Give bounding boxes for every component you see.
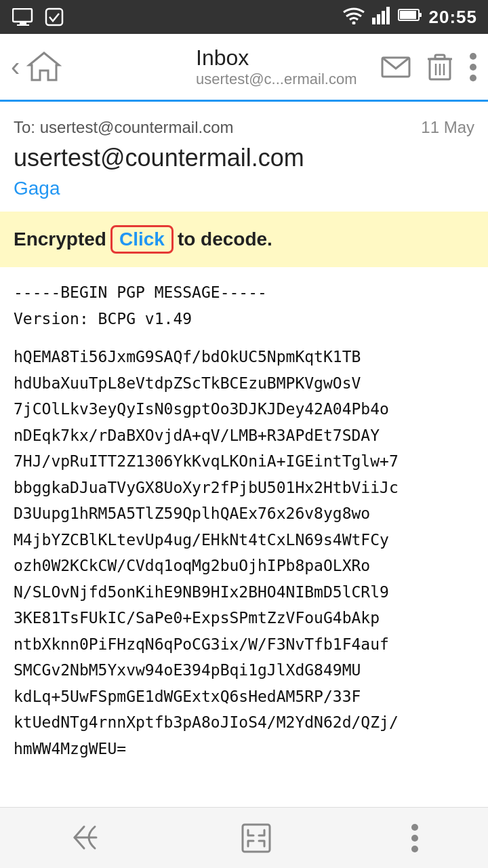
svg-point-20 bbox=[470, 53, 476, 60]
decode-text: to decode. bbox=[178, 229, 272, 250]
pgp-line-2: 7jCOlLkv3eyQyIsN0sgptOo3DJKJDey42A04Pb4o bbox=[14, 397, 474, 421]
email-from: usertest@countermail.com bbox=[14, 144, 474, 172]
svg-rect-2 bbox=[17, 24, 29, 26]
time-display: 20:55 bbox=[429, 7, 478, 28]
delete-button[interactable] bbox=[427, 52, 453, 82]
bottom-nav bbox=[0, 807, 488, 868]
check-icon bbox=[42, 7, 66, 26]
toolbar-title-block: Inbox usertest@c...ermail.com bbox=[196, 45, 381, 88]
email-meta-row: To: usertest@countermail.com 11 May bbox=[14, 118, 474, 137]
svg-rect-16 bbox=[435, 55, 445, 59]
home-icon[interactable] bbox=[26, 50, 62, 84]
svg-rect-11 bbox=[419, 13, 422, 17]
svg-rect-0 bbox=[13, 9, 32, 22]
status-bar: 20:55 bbox=[0, 0, 488, 34]
encrypted-banner: Encrypted Click to decode. bbox=[0, 212, 488, 267]
pgp-header-line1: -----BEGIN PGP MESSAGE----- bbox=[14, 281, 474, 304]
decode-click-button[interactable]: Click bbox=[110, 225, 174, 254]
email-header: To: usertest@countermail.com 11 May user… bbox=[0, 102, 488, 205]
battery-icon bbox=[398, 7, 422, 26]
back-chevron-icon[interactable]: ‹ bbox=[11, 52, 20, 82]
pgp-line-6: D3Uupg1hRM5A5TlZ59QplhQAEx76x26v8yg8wo bbox=[14, 502, 474, 526]
svg-marker-12 bbox=[29, 53, 59, 80]
wifi-icon bbox=[342, 5, 365, 28]
svg-rect-5 bbox=[372, 18, 375, 24]
pgp-line-14: ktUedNTg4rnnXptfb3pA8oJIoS4/M2YdN62d/QZj… bbox=[14, 711, 474, 734]
compose-button[interactable] bbox=[381, 55, 411, 79]
toolbar-actions bbox=[381, 52, 477, 82]
pgp-line-7: M4jbYZCBlKLtevUp4ug/EHkNt4tCxLN69s4WtFCy bbox=[14, 528, 474, 552]
screen-icon bbox=[11, 7, 35, 26]
svg-rect-1 bbox=[20, 22, 26, 24]
svg-rect-24 bbox=[243, 825, 270, 852]
status-bar-right: 20:55 bbox=[342, 5, 478, 28]
more-button[interactable] bbox=[469, 52, 477, 82]
email-to: To: usertest@countermail.com bbox=[14, 118, 233, 137]
pgp-line-9: N/SLOvNjfd5onKihE9NB9HIx2BHO4NIBmD5lCRl9 bbox=[14, 580, 474, 604]
svg-point-26 bbox=[411, 835, 418, 842]
svg-rect-6 bbox=[377, 14, 380, 24]
pgp-line-12: SMCGv2NbM5Yxvw94oE394pBqi1gJlXdG849MU bbox=[14, 658, 474, 682]
encrypted-label: Encrypted bbox=[14, 229, 106, 250]
pgp-line-5: bbggkaDJuaTVyGX8UoXyr2fPjbU501Hx2HtbViiJ… bbox=[14, 476, 474, 500]
svg-rect-3 bbox=[46, 9, 62, 25]
pgp-header-line2: Version: BCPG v1.49 bbox=[14, 307, 474, 331]
svg-point-27 bbox=[411, 846, 418, 852]
svg-point-4 bbox=[352, 22, 355, 25]
svg-point-22 bbox=[470, 75, 476, 81]
toolbar-subtitle: usertest@c...ermail.com bbox=[196, 71, 381, 88]
sender-name-link[interactable]: Gaga bbox=[14, 178, 60, 199]
pgp-line-10: 3KE81TsFUkIC/SaPe0+ExpsSPmtZzVFouG4bAkp bbox=[14, 606, 474, 630]
bottom-more-button[interactable] bbox=[411, 822, 419, 854]
svg-rect-7 bbox=[382, 11, 385, 24]
status-bar-left bbox=[11, 7, 66, 26]
svg-rect-8 bbox=[386, 7, 390, 24]
pgp-line-0: hQEMA8Ti56JxmG9SAQf/bdOkUC5NpmKqtK1TB bbox=[14, 345, 474, 369]
svg-point-21 bbox=[470, 64, 476, 71]
svg-rect-10 bbox=[400, 11, 416, 19]
pgp-line-1: hdUbaXuuTpL8eVtdpZScTkBCEzuBMPKVgwOsV bbox=[14, 372, 474, 395]
pgp-line-15: hmWW4MzgWEU= bbox=[14, 737, 474, 761]
pgp-line-11: ntbXknn0PiFHzqN6qPoCG3ix/W/F3NvTfb1F4auf bbox=[14, 633, 474, 656]
pgp-line-4: 7HJ/vpRuITT2Z1306YkKvqLKOniA+IGEintTglw+… bbox=[14, 450, 474, 473]
expand-nav-button[interactable] bbox=[240, 822, 272, 854]
toolbar: ‹ Inbox usertest@c...ermail.com bbox=[0, 34, 488, 102]
svg-point-25 bbox=[411, 824, 418, 831]
toolbar-nav: ‹ bbox=[11, 50, 196, 84]
pgp-content: -----BEGIN PGP MESSAGE----- Version: BCP… bbox=[0, 267, 488, 817]
toolbar-title: Inbox bbox=[196, 45, 381, 71]
back-nav-button[interactable] bbox=[69, 824, 102, 852]
pgp-line-13: kdLq+5UwFSpmGE1dWGExtxQ6sHedAM5RP/33F bbox=[14, 685, 474, 709]
signal-icon bbox=[372, 5, 391, 28]
email-date: 11 May bbox=[421, 118, 474, 137]
pgp-line-3: nDEqk7kx/rDaBXOvjdA+qV/LMB+R3APdEt7SDAY bbox=[14, 424, 474, 448]
pgp-line-8: ozh0W2KCkCW/CVdq1oqMg2buOjhIPb8paOLXRo bbox=[14, 554, 474, 578]
